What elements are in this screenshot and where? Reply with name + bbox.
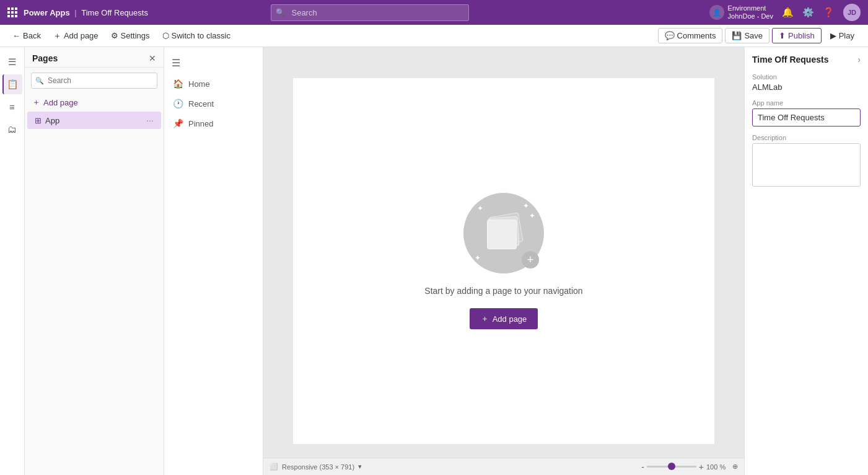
settings-gear-icon: ⚙ [111, 31, 118, 40]
zoom-value: 100 % [706, 463, 730, 471]
brand-logo: Power Apps | Time Off Requests [24, 8, 148, 17]
pages-stack [485, 215, 522, 252]
brand-app: Time Off Requests [81, 8, 148, 17]
app-name-input[interactable] [752, 109, 861, 127]
sidebar-item-list[interactable]: ≡ [2, 97, 22, 117]
toolbar2-right: 💬 Comments 💾 Save ⬆ Publish ▶ Play [658, 28, 861, 43]
add-page-plus-icon: ＋ [32, 97, 40, 108]
zoom-track[interactable] [647, 466, 696, 468]
recent-icon: 🕐 [173, 99, 183, 109]
pages-title: Pages [32, 53, 149, 63]
nav-item-home[interactable]: 🏠 Home [164, 74, 263, 94]
toolbar2: ← Back ＋ Add page ⚙ Settings ⬡ Switch to… [0, 25, 868, 47]
zoom-plus-button[interactable]: + [699, 462, 704, 472]
canvas-add-page-button[interactable]: ＋ Add page [470, 308, 538, 329]
play-icon: ▶ [830, 31, 836, 40]
zoom-fit-icon[interactable]: ⊕ [732, 463, 738, 471]
solution-label: Solution [752, 73, 861, 81]
comments-button[interactable]: 💬 Comments [658, 28, 723, 43]
pages-header: Pages ✕ [25, 47, 164, 68]
topbar-right: 👤 Environment JohnDoe - Dev 🔔 ⚙️ ❓ JD [709, 4, 861, 21]
brand-power: Power Apps [24, 8, 70, 17]
canvas-illustration: ✦ ✦ ✦ ✦ + [463, 193, 544, 273]
right-panel-header: Time Off Requests › [752, 55, 861, 64]
global-search: 🔍 [271, 4, 469, 21]
add-page-button[interactable]: ＋ Add page [48, 28, 103, 44]
env-text: Environment JohnDoe - Dev [728, 4, 773, 20]
switch-classic-button[interactable]: ⬡ Switch to classic [157, 29, 235, 43]
app-name-label: App name [752, 99, 861, 107]
zoom-thumb[interactable] [668, 463, 675, 470]
page-layer-3 [487, 220, 517, 249]
nav-hamburger-icon[interactable]: ☰ [164, 52, 263, 74]
pages-search-input[interactable] [31, 73, 157, 89]
right-panel: Time Off Requests › Solution ALMLab App … [744, 47, 868, 475]
search-icon: 🔍 [276, 8, 285, 17]
classic-icon: ⬡ [162, 31, 169, 40]
sparkle-icon-3: ✦ [475, 254, 481, 262]
env-icon: 👤 [709, 5, 724, 20]
settings-button[interactable]: ⚙ Settings [106, 29, 155, 43]
nav-recent-label: Recent [188, 99, 214, 109]
play-button[interactable]: ▶ Play [824, 29, 861, 43]
sparkle-icon-2: ✦ [523, 202, 529, 210]
back-button[interactable]: ← Back [7, 29, 46, 43]
pages-close-button[interactable]: ✕ [149, 53, 156, 63]
apps-grid-icon[interactable] [7, 7, 17, 17]
description-textarea[interactable] [752, 143, 861, 187]
pages-search: 🔍 [31, 73, 157, 89]
sidebar-item-data[interactable]: 🗂 [2, 119, 22, 139]
environment-info: 👤 Environment JohnDoe - Dev [709, 4, 773, 20]
main-layout: ☰ 📋 ≡ 🗂 Pages ✕ 🔍 ＋ Add page ⊞ App ··· ☰… [0, 47, 868, 475]
canvas-add-icon: ＋ [481, 313, 489, 324]
nav-item-pinned[interactable]: 📌 Pinned [164, 113, 263, 133]
settings-icon[interactable]: ⚙️ [802, 7, 814, 18]
topbar: Power Apps | Time Off Requests 🔍 👤 Envir… [0, 0, 868, 25]
canvas-bottom-bar: ⬜ Responsive (353 × 791) ▾ - + 100 % ⊕ [263, 458, 744, 475]
notifications-icon[interactable]: 🔔 [782, 7, 794, 18]
pages-item-grid-icon: ⊞ [35, 116, 42, 125]
nav-pinned-label: Pinned [188, 119, 213, 128]
description-field: Description [752, 134, 861, 189]
responsive-icon: ⬜ [270, 463, 278, 471]
avatar[interactable]: JD [843, 4, 861, 21]
publish-button[interactable]: ⬆ Publish [772, 28, 822, 43]
sidebar-item-menu[interactable]: ☰ [2, 52, 22, 72]
save-icon: 💾 [732, 31, 742, 40]
home-icon: 🏠 [173, 79, 183, 89]
nav-preview: ☰ 🏠 Home 🕐 Recent 📌 Pinned [164, 47, 263, 475]
pages-item-more-icon[interactable]: ··· [146, 115, 154, 125]
right-panel-title: Time Off Requests [752, 55, 828, 64]
pin-icon: 📌 [173, 118, 183, 128]
solution-value: ALMLab [752, 82, 861, 92]
pages-item-label: App [45, 116, 142, 125]
comments-icon: 💬 [665, 31, 675, 40]
canvas-area: ✦ ✦ ✦ ✦ + Start by adding a page to your… [263, 47, 744, 475]
responsive-chevron[interactable]: ▾ [358, 463, 362, 471]
pages-panel: Pages ✕ 🔍 ＋ Add page ⊞ App ··· [25, 47, 164, 475]
nav-home-label: Home [188, 79, 210, 89]
pages-search-icon: 🔍 [35, 77, 44, 85]
zoom-control: - + 100 % ⊕ [641, 462, 738, 472]
canvas-add-circle: + [522, 251, 539, 269]
description-label: Description [752, 134, 861, 141]
help-icon[interactable]: ❓ [823, 7, 835, 18]
sidebar-item-pages[interactable]: 📋 [2, 74, 22, 94]
canvas-inner: ✦ ✦ ✦ ✦ + Start by adding a page to your… [293, 78, 714, 444]
icon-sidebar: ☰ 📋 ≡ 🗂 [0, 47, 25, 475]
back-icon: ← [12, 31, 20, 40]
publish-icon: ⬆ [779, 31, 786, 40]
save-button[interactable]: 💾 Save [725, 28, 769, 43]
sparkle-icon-1: ✦ [477, 204, 483, 213]
zoom-minus-button[interactable]: - [641, 462, 644, 472]
solution-field: Solution ALMLab [752, 73, 861, 92]
chevron-right-icon[interactable]: › [857, 55, 861, 64]
search-input[interactable] [271, 4, 469, 21]
nav-item-recent[interactable]: 🕐 Recent [164, 94, 263, 113]
app-name-field: App name [752, 99, 861, 127]
pages-add-button[interactable]: ＋ Add page [25, 94, 164, 111]
responsive-label: Responsive (353 × 791) [282, 463, 354, 471]
pages-item-app[interactable]: ⊞ App ··· [27, 112, 161, 129]
brand-divider: | [72, 8, 79, 17]
add-icon: ＋ [53, 30, 61, 42]
